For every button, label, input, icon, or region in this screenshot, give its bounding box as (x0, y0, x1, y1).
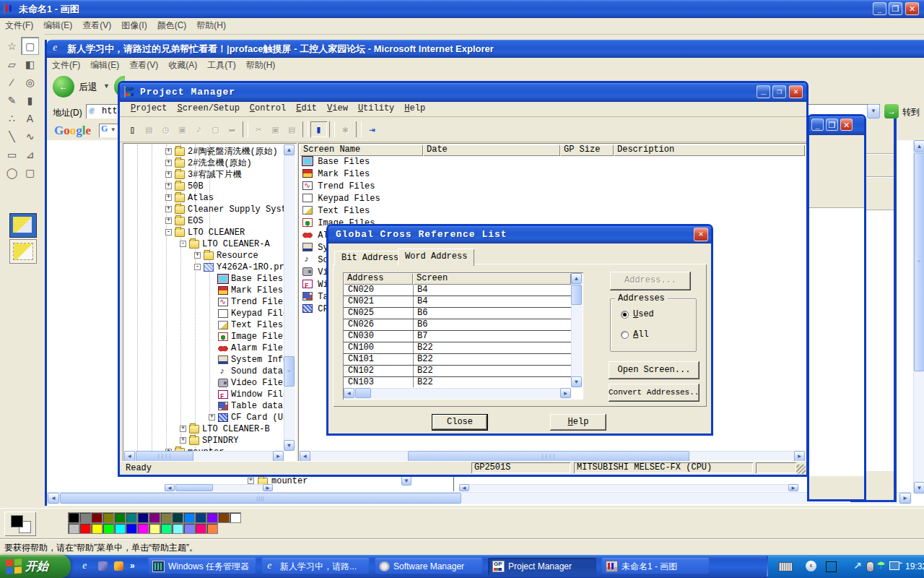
copy-toolbar-icon[interactable]: ▣ (267, 121, 284, 137)
palette-color-24[interactable] (172, 523, 183, 534)
radio-all[interactable] (621, 331, 629, 339)
palette-color-5[interactable] (126, 512, 137, 523)
scroll-down-icon[interactable]: ▼ (914, 482, 924, 493)
column-header-screen-name[interactable]: Screen Name (300, 144, 423, 156)
curve-tool-icon[interactable]: ∿ (21, 127, 39, 145)
ie-menu-item-3[interactable]: 收藏(A) (163, 58, 202, 73)
pm-menu-item-0[interactable]: Project (126, 102, 172, 115)
expand-icon[interactable]: + (194, 252, 201, 259)
quicklaunch-media-icon[interactable] (114, 561, 123, 571)
umbrella-tray-icon[interactable]: ☂ (876, 559, 886, 571)
copy-screen-toolbar-icon[interactable]: ▣ (174, 121, 191, 137)
hide-icons-chevron[interactable]: ‹ (806, 561, 816, 571)
xref-horizontal-scrollbar[interactable]: ◄ ► (344, 388, 571, 399)
palette-color-18[interactable] (103, 523, 114, 534)
pm-close-button[interactable]: ✕ (789, 85, 803, 98)
back-button[interactable]: 后退 (79, 81, 97, 94)
palette-color-25[interactable] (183, 523, 195, 534)
column-header-address[interactable]: Address (344, 273, 413, 285)
ie-menu-item-0[interactable]: 文件(F) (47, 58, 85, 73)
scroll-right-icon[interactable]: ► (273, 451, 284, 462)
collapse-icon[interactable]: - (180, 241, 186, 247)
paint-minimize-button[interactable]: _ (873, 2, 886, 15)
collapse-icon[interactable]: - (194, 264, 201, 270)
paint-menu-item-5[interactable]: 帮助(H) (191, 18, 231, 33)
list-item[interactable]: Base Files (302, 156, 370, 168)
arrow-tray-icon[interactable]: ↗ (853, 560, 862, 571)
pm-menu-item-1[interactable]: Screen/Setup (172, 102, 244, 115)
address-dropdown-icon[interactable]: ▼ (867, 104, 880, 118)
palette-color-10[interactable] (183, 512, 195, 523)
scroll-thumb[interactable]: ≡ (284, 356, 295, 387)
xref-table-row[interactable]: CN101B22 (344, 354, 571, 366)
palette-color-13[interactable] (218, 512, 230, 523)
maximize-button[interactable]: ❐ (826, 118, 838, 131)
radio-used-label[interactable]: Used (633, 309, 654, 319)
palette-color-12[interactable] (206, 512, 218, 523)
palette-color-26[interactable] (195, 523, 206, 534)
paint-option-opaque[interactable] (9, 213, 37, 238)
palette-color-17[interactable] (91, 523, 103, 534)
palette-color-23[interactable] (160, 523, 172, 534)
expand-icon[interactable]: + (165, 171, 172, 178)
ie-vertical-scrollbar[interactable]: ▲ ≡ ▼ (913, 140, 924, 493)
column-header-description[interactable]: Description (614, 144, 805, 156)
palette-color-19[interactable] (114, 523, 126, 534)
scroll-left-icon[interactable]: ◄ (300, 451, 310, 462)
palette-color-2[interactable] (91, 512, 103, 523)
rectangle-tool-icon[interactable]: ▭ (3, 145, 21, 163)
scroll-thumb[interactable] (355, 388, 371, 398)
palette-color-3[interactable] (103, 512, 114, 523)
google-search-input[interactable]: G ▼ (99, 124, 119, 137)
back-dropdown-icon[interactable]: ▼ (103, 82, 110, 90)
open-screen-toolbar-icon[interactable]: ▤ (141, 121, 157, 137)
quicklaunch-ie-icon[interactable] (81, 561, 92, 571)
ie-menu-item-4[interactable]: 工具(T) (202, 58, 240, 73)
monitor-toolbar-icon[interactable]: ▢ (207, 121, 224, 137)
palette-color-9[interactable] (172, 512, 183, 523)
xref-table-row[interactable]: CN103B22 (344, 377, 571, 387)
new-screen-toolbar-icon[interactable]: ▯ (124, 121, 141, 137)
taskbar-task-3[interactable]: Project Manager (488, 558, 596, 575)
scroll-up-icon[interactable]: ▲ (284, 144, 295, 155)
taskbar-task-4[interactable]: 未命名1 - 画图 (601, 558, 710, 575)
scroll-left-icon[interactable]: ◄ (344, 388, 354, 398)
paint-menu-item-3[interactable]: 图像(I) (116, 18, 152, 33)
resize-grip[interactable] (796, 465, 806, 474)
palette-color-14[interactable] (230, 512, 241, 523)
scroll-left-icon[interactable]: ◄ (124, 451, 135, 462)
scroll-down-icon[interactable]: ▼ (571, 376, 582, 387)
ellipse-tool-icon[interactable]: ◯ (3, 163, 21, 181)
scroll-thumb[interactable]: |||| (136, 451, 193, 462)
taskbar-task-1[interactable]: 新人学习中，请路... (261, 558, 370, 575)
expand-icon[interactable]: + (209, 414, 215, 420)
open-screen-button[interactable]: Open Screen... (609, 361, 699, 379)
quicklaunch-messenger-icon[interactable] (98, 561, 108, 571)
expand-icon[interactable]: + (165, 206, 172, 212)
pm-menu-item-6[interactable]: Help (399, 102, 430, 115)
expand-icon[interactable]: + (180, 437, 186, 444)
palette-color-16[interactable] (79, 523, 91, 534)
close-button[interactable]: ✕ (840, 118, 853, 131)
scroll-thumb[interactable]: |||| (60, 493, 461, 504)
back-icon[interactable]: ← (53, 76, 74, 98)
xref-table-row[interactable]: CN100B22 (344, 342, 571, 354)
expand-icon[interactable]: + (165, 148, 172, 155)
scroll-right-icon[interactable]: ► (794, 451, 805, 462)
scroll-left-icon[interactable]: ◄ (48, 493, 59, 504)
grid-tray-icon[interactable] (826, 561, 837, 572)
rounded-rect-tool-icon[interactable]: ▢ (21, 163, 39, 181)
paint-restore-button[interactable]: ❐ (889, 2, 902, 15)
tree-vertical-scrollbar[interactable]: ▲ ≡ ▼ (284, 144, 295, 451)
address-button[interactable]: Address... (610, 272, 691, 290)
paint-menu-item-0[interactable]: 文件(F) (0, 18, 38, 33)
pm-maximize-button[interactable]: ❐ (772, 85, 786, 98)
palette-color-11[interactable] (195, 512, 206, 523)
eraser-tool-icon[interactable]: ▱ (3, 55, 21, 73)
expand-icon[interactable]: + (180, 426, 186, 432)
xref-table-row[interactable]: CN026B6 (344, 319, 571, 331)
quicklaunch-overflow-chevron[interactable]: » (130, 561, 135, 571)
pencil-tool-icon[interactable]: ✎ (3, 91, 21, 109)
free-select-tool-icon[interactable]: ☆ (3, 37, 21, 55)
scroll-up-icon[interactable]: ▲ (571, 273, 582, 284)
